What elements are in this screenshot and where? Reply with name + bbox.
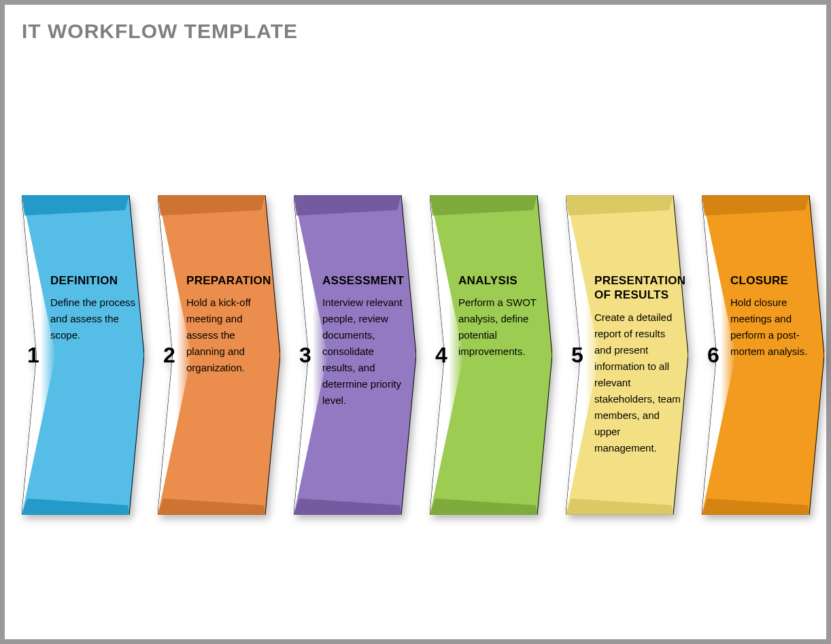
step-content: ANALYSIS Perform a SWOT analysis, define… bbox=[458, 273, 545, 360]
step-content: PREPARATION Hold a kick-off meeting and … bbox=[186, 273, 273, 376]
workflow-step: 6 CLOSURE Hold closure meetings and perf… bbox=[702, 195, 824, 515]
step-number: 4 bbox=[434, 343, 449, 368]
step-title: CLOSURE bbox=[730, 273, 817, 288]
step-number: 3 bbox=[298, 343, 313, 368]
step-description: Create a detailed report of results and … bbox=[594, 309, 681, 456]
step-number: 1 bbox=[26, 343, 41, 368]
page: IT WORKFLOW TEMPLATE 1 DEFINITION Define… bbox=[4, 4, 827, 640]
step-description: Hold a kick-off meeting and assess the p… bbox=[186, 294, 273, 376]
step-title: DEFINITION bbox=[50, 273, 137, 288]
page-title: IT WORKFLOW TEMPLATE bbox=[22, 20, 809, 43]
step-content: CLOSURE Hold closure meetings and perfor… bbox=[730, 273, 817, 360]
workflow-row: 1 DEFINITION Define the process and asse… bbox=[22, 195, 819, 515]
step-title: ANALYSIS bbox=[458, 273, 545, 288]
step-content: PRESENTATION OF RESULTS Create a detaile… bbox=[594, 273, 681, 456]
step-number: 5 bbox=[570, 343, 585, 368]
workflow-step: 4 ANALYSIS Perform a SWOT analysis, defi… bbox=[430, 195, 552, 515]
workflow-step: 1 DEFINITION Define the process and asse… bbox=[22, 195, 144, 515]
workflow-step: 3 ASSESSMENT Interview relevant people, … bbox=[294, 195, 416, 515]
step-description: Define the process and assess the scope. bbox=[50, 294, 137, 343]
step-description: Hold closure meetings and perform a post… bbox=[730, 294, 817, 360]
step-content: ASSESSMENT Interview relevant people, re… bbox=[322, 273, 409, 409]
workflow-step: 5 PRESENTATION OF RESULTS Create a detai… bbox=[566, 195, 688, 515]
workflow-step: 2 PREPARATION Hold a kick-off meeting an… bbox=[158, 195, 280, 515]
step-number: 2 bbox=[162, 343, 177, 368]
step-description: Interview relevant people, review docume… bbox=[322, 294, 409, 409]
step-description: Perform a SWOT analysis, define potentia… bbox=[458, 294, 545, 360]
step-title: PREPARATION bbox=[186, 273, 273, 288]
step-title: PRESENTATION OF RESULTS bbox=[594, 273, 681, 303]
step-content: DEFINITION Define the process and assess… bbox=[50, 273, 137, 343]
step-title: ASSESSMENT bbox=[322, 273, 409, 288]
step-number: 6 bbox=[706, 343, 721, 368]
